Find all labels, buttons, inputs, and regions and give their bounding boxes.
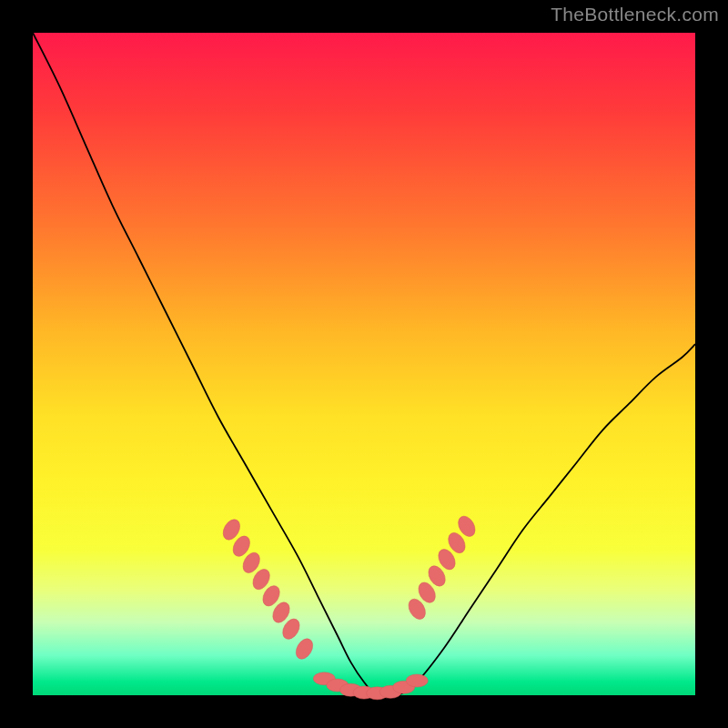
chart-container: TheBottleneck.com	[0, 0, 728, 728]
bottleneck-curve	[33, 33, 695, 697]
watermark-text: TheBottleneck.com	[551, 4, 719, 25]
chart-svg	[33, 33, 695, 695]
data-markers	[219, 513, 478, 700]
svg-point-21	[406, 674, 428, 687]
plot-area	[33, 33, 695, 695]
svg-point-7	[293, 636, 317, 662]
